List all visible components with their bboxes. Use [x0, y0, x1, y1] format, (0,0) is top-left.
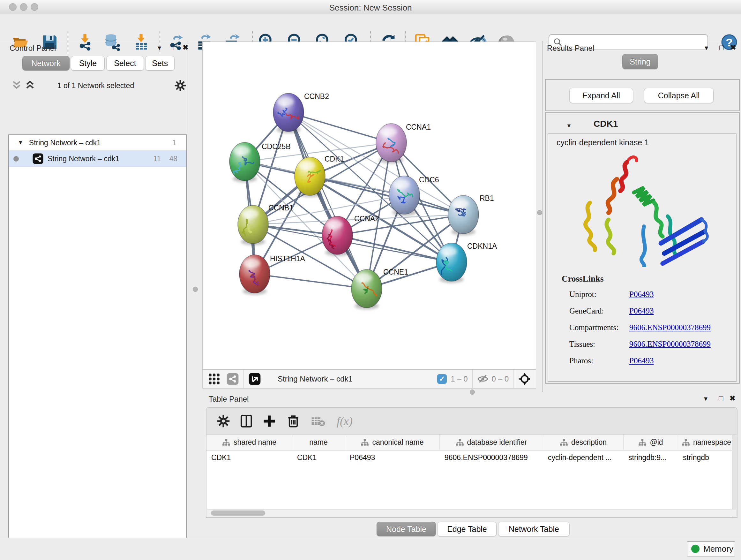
column-network-icon [456, 439, 464, 446]
collapse-all-networks-icon[interactable] [11, 80, 22, 90]
netbar-separator [513, 370, 514, 388]
crosslink-link[interactable]: P06493 [629, 307, 654, 323]
show-columns-icon[interactable] [240, 415, 253, 428]
delete-column-trash-icon[interactable] [287, 415, 300, 428]
tab-select[interactable]: Select [106, 56, 144, 71]
control-panel-float-icon[interactable]: □ [173, 44, 178, 51]
netbar-separator [244, 370, 244, 388]
horizontal-scrollbar-thumb[interactable] [211, 510, 265, 516]
column-header-label: name [309, 438, 328, 447]
table-panel-title: Table Panel [209, 395, 249, 403]
crosslink-label: Uniprot: [569, 290, 629, 307]
control-panel-close-icon[interactable]: ✖ [183, 44, 188, 51]
expand-all-button[interactable]: Expand All [569, 88, 633, 103]
table-cell[interactable]: CDK1 [292, 450, 345, 464]
table-row[interactable]: CDK1CDK1P064939606.ENSP00000378699cyclin… [206, 450, 737, 464]
tab-network-table[interactable]: Network Table [498, 522, 569, 537]
tab-style[interactable]: Style [71, 56, 105, 71]
vertical-splitter-handle[interactable] [193, 287, 198, 292]
table-panel-close-icon[interactable]: ✖ [730, 395, 735, 402]
table-cell[interactable]: P06493 [345, 450, 440, 464]
gene-description: cyclin-dependent kinase 1 [556, 138, 649, 147]
crosslink-link[interactable]: 9606.ENSP00000378699 [629, 323, 711, 340]
column-header-label: shared name [233, 438, 276, 447]
crosslink-link[interactable]: P06493 [629, 356, 654, 373]
network-node-CDKN1A[interactable] [436, 243, 467, 283]
network-node-CDC25B[interactable] [229, 142, 260, 182]
network-collection-row[interactable]: ▼ String Network – cdk1 1 [9, 135, 186, 150]
network-edge-CCNB2-CCNA1 [288, 112, 391, 143]
memory-button[interactable]: Memory [687, 541, 735, 557]
network-node-CCNB2[interactable] [273, 93, 304, 133]
collapse-all-button[interactable]: Collapse All [644, 88, 714, 103]
control-panel-title: Control Panel [10, 44, 56, 53]
column-header-@id[interactable]: @id [623, 435, 678, 450]
column-header-canonical-name[interactable]: canonical name [345, 435, 440, 450]
table-vertical-scrollbar[interactable] [732, 435, 737, 517]
network-row-selected[interactable]: String Network – cdk1 11 48 [9, 150, 186, 167]
tab-edge-table[interactable]: Edge Table [437, 522, 496, 537]
tab-network[interactable]: Network [22, 56, 70, 71]
node-label-CCNB1: CCNB1 [268, 204, 293, 212]
add-column-icon[interactable] [263, 415, 276, 428]
crosslink-row: Tissues: 9606.ENSP00000378699 [569, 340, 729, 356]
crosslink-label: Tissues: [569, 340, 629, 356]
gene-details: cyclin-dependent kinase 1 Cro [548, 133, 737, 382]
control-panel-collapse-icon[interactable]: ▾ [158, 44, 161, 51]
network-node-HIST1H1A[interactable] [239, 255, 270, 295]
crosslink-row: Uniprot: P06493 [569, 290, 729, 307]
network-node-CDK1[interactable] [294, 157, 325, 197]
crosslink-row: GeneCard: P06493 [569, 307, 729, 323]
table-cell[interactable]: stringdb [678, 450, 735, 464]
table-panel-collapse-icon[interactable]: ▾ [704, 395, 708, 402]
network-node-CCNB1[interactable] [238, 205, 268, 245]
network-node-RB1[interactable] [448, 195, 479, 235]
table-cell[interactable]: 9606.ENSP00000378699 [440, 450, 543, 464]
network-node-CCNE1[interactable] [351, 269, 382, 309]
table-panel-float-icon[interactable]: □ [719, 395, 724, 402]
control-panel-tabs: Network Style Select Sets [22, 56, 175, 71]
expand-all-networks-icon[interactable] [24, 80, 36, 90]
column-header-database-identifier[interactable]: database identifier [440, 435, 543, 450]
tab-node-table[interactable]: Node Table [377, 522, 436, 537]
table-options-gear-icon[interactable] [217, 415, 230, 428]
node-table-container: f(x) shared namenamecanonical namedataba… [206, 407, 738, 518]
gene-expander-icon[interactable]: ▼ [566, 123, 572, 129]
network-share-icon[interactable] [226, 373, 239, 385]
crosslink-label: Compartments: [569, 323, 629, 340]
column-header-name[interactable]: name [292, 435, 345, 450]
table-cell[interactable]: cyclin-dependent ... [543, 450, 623, 464]
crosslink-row: Pharos: P06493 [569, 356, 729, 373]
delete-table-icon[interactable] [311, 415, 325, 427]
function-builder-icon[interactable]: f(x) [337, 415, 353, 428]
column-network-icon [360, 439, 369, 446]
results-panel-float-icon[interactable]: □ [719, 44, 724, 51]
network-node-CCNA1[interactable] [376, 124, 407, 164]
table-cell[interactable]: stringdb:9... [623, 450, 678, 464]
network-edge-HIST1H1A-CCNE1 [255, 274, 367, 289]
tree-expander-icon[interactable]: ▼ [18, 139, 23, 146]
canvas-results-splitter-handle[interactable] [537, 210, 542, 215]
crosslink-link[interactable]: P06493 [629, 290, 654, 307]
network-canvas[interactable]: CCNB2CCNA1CDC25BCDK1CDC6RB1CCNB1CCNA2CDK… [202, 42, 536, 369]
column-header-namespace[interactable]: namespace [678, 435, 735, 450]
tab-string[interactable]: String [622, 54, 658, 69]
column-header-description[interactable]: description [543, 435, 623, 450]
node-label-CDC25B: CDC25B [262, 142, 291, 151]
network-collection-label: String Network – cdk1 [29, 138, 101, 147]
control-panel: Control Panel ▾ □ ✖ Network Style Select… [0, 41, 188, 537]
detach-view-icon[interactable] [248, 373, 261, 385]
column-header-shared-name[interactable]: shared name [206, 435, 292, 450]
crosslink-link[interactable]: 9606.ENSP00000378699 [629, 340, 711, 356]
table-tabs: Node Table Edge Table Network Table [377, 522, 569, 537]
results-panel-collapse-icon[interactable]: ▾ [704, 44, 708, 51]
column-header-label: database identifier [467, 438, 527, 447]
table-cell[interactable]: CDK1 [206, 450, 292, 464]
tab-sets[interactable]: Sets [145, 56, 175, 71]
network-options-gear-icon[interactable] [174, 79, 186, 91]
selected-checkbox-icon[interactable]: ✓ [437, 374, 447, 384]
grid-mode-icon[interactable] [208, 373, 220, 385]
node-label-CCNE1: CCNE1 [383, 268, 408, 276]
birdseye-navigator-icon[interactable] [518, 372, 531, 386]
results-panel-close-icon[interactable]: ✖ [730, 44, 736, 51]
